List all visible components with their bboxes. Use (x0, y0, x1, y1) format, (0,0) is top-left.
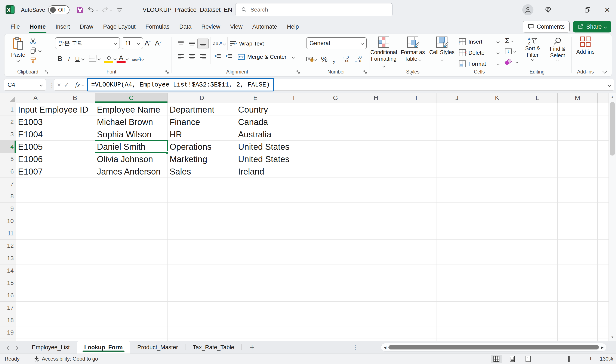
clear-button[interactable] (505, 57, 520, 66)
cell-H11[interactable] (356, 227, 396, 240)
cell-E3[interactable]: Australia (236, 128, 275, 141)
document-title[interactable]: VLOOKUP_Practice_Dataset_EN (143, 6, 238, 13)
zoom-in-button[interactable]: + (589, 355, 592, 363)
horizontal-scroll-thumb[interactable] (388, 345, 599, 350)
cut-button[interactable] (30, 37, 41, 44)
cell-J18[interactable] (437, 314, 477, 326)
cell-H9[interactable] (356, 203, 396, 215)
cell-H17[interactable] (356, 302, 396, 314)
decrease-indent-button[interactable] (212, 51, 223, 62)
cell-G4[interactable] (315, 141, 356, 153)
cell-L19[interactable] (517, 326, 558, 339)
cell-C11[interactable] (95, 227, 168, 240)
align-center-button[interactable] (186, 51, 197, 62)
cell-J19[interactable] (437, 326, 477, 339)
cell-D19[interactable] (168, 326, 236, 339)
cell-K7[interactable] (477, 178, 517, 190)
cell-I12[interactable] (396, 240, 437, 252)
vertical-scrollbar[interactable]: ▲▼ (609, 93, 616, 341)
row-header-6[interactable]: 6 (0, 165, 16, 178)
addins-button[interactable]: Add-ins (576, 37, 595, 55)
cell-J3[interactable] (437, 128, 477, 141)
fill-color-button[interactable] (104, 55, 114, 63)
underline-button[interactable]: U (73, 55, 82, 62)
cell-F11[interactable] (275, 227, 315, 240)
cell-K12[interactable] (477, 240, 517, 252)
cell-J15[interactable] (437, 277, 477, 289)
cell-A15[interactable] (16, 277, 55, 289)
row-header-17[interactable]: 17 (0, 302, 16, 314)
autosave-toggle[interactable]: Off (48, 5, 69, 14)
cell-F18[interactable] (275, 314, 315, 326)
phonetic-guide-button[interactable]: abcA (132, 55, 141, 62)
cell-B18[interactable] (55, 314, 95, 326)
menu-tab-home[interactable]: Home (25, 21, 51, 33)
cell-A10[interactable] (16, 215, 55, 227)
align-middle-button[interactable] (186, 38, 197, 49)
cell-M14[interactable] (558, 264, 598, 277)
cell-D16[interactable] (168, 289, 236, 302)
cell-G10[interactable] (315, 215, 356, 227)
search-input[interactable]: Search (235, 3, 393, 16)
cell-F9[interactable] (275, 203, 315, 215)
cell-L16[interactable] (517, 289, 558, 302)
menu-tab-view[interactable]: View (225, 21, 247, 33)
cell-K20[interactable] (477, 339, 517, 341)
insert-cells-button[interactable]: ← Insert (459, 36, 500, 47)
menu-tab-data[interactable]: Data (174, 21, 196, 33)
cell-I20[interactable] (396, 339, 437, 341)
cell-K19[interactable] (477, 326, 517, 339)
cell-K1[interactable] (477, 104, 517, 116)
formula-bar[interactable]: × ✓ fx =VLOOKUP(A4, Employee_List!$A$2:$… (54, 79, 614, 91)
cell-E17[interactable] (236, 302, 275, 314)
accounting-chevron-icon[interactable] (314, 57, 317, 61)
cell-M6[interactable] (558, 165, 598, 178)
font-color-chevron-icon[interactable] (125, 57, 129, 60)
cell-D2[interactable]: Finance (168, 116, 236, 128)
row-header-10[interactable]: 10 (0, 215, 16, 227)
column-header-M[interactable]: M (558, 93, 598, 104)
scroll-right-icon[interactable]: ▶ (601, 345, 603, 350)
bold-button[interactable]: B (55, 55, 65, 63)
cell-H7[interactable] (356, 178, 396, 190)
cell-F1[interactable] (275, 104, 315, 116)
borders-chevron-icon[interactable] (97, 57, 101, 60)
cell-I4[interactable] (396, 141, 437, 153)
cell-L13[interactable] (517, 252, 558, 264)
normal-view-button[interactable] (491, 355, 502, 363)
cell-I6[interactable] (396, 165, 437, 178)
cell-C9[interactable] (95, 203, 168, 215)
redo-button[interactable] (100, 5, 113, 15)
select-all-corner[interactable] (0, 93, 16, 104)
account-avatar[interactable] (522, 4, 534, 15)
page-break-view-button[interactable] (522, 355, 534, 363)
cell-D13[interactable] (168, 252, 236, 264)
cell-K16[interactable] (477, 289, 517, 302)
cell-M9[interactable] (558, 203, 598, 215)
cell-D14[interactable] (168, 264, 236, 277)
cell-B11[interactable] (55, 227, 95, 240)
increase-decimal-button[interactable]: ←.0.00 (341, 55, 351, 63)
cell-H15[interactable] (356, 277, 396, 289)
cell-L12[interactable] (517, 240, 558, 252)
zoom-out-button[interactable]: − (538, 355, 542, 363)
cell-H6[interactable] (356, 165, 396, 178)
cell-L2[interactable] (517, 116, 558, 128)
comma-style-button[interactable]: , (333, 57, 335, 61)
cell-B20[interactable] (55, 339, 95, 341)
cell-G13[interactable] (315, 252, 356, 264)
cell-C14[interactable] (95, 264, 168, 277)
cell-F10[interactable] (275, 215, 315, 227)
accessibility-status[interactable]: Accessibility: Good to go (34, 356, 98, 362)
row-header-4[interactable]: 4 (0, 141, 16, 153)
cell-L10[interactable] (517, 215, 558, 227)
cell-L1[interactable] (517, 104, 558, 116)
cell-L9[interactable] (517, 203, 558, 215)
cell-F14[interactable] (275, 264, 315, 277)
row-header-14[interactable]: 14 (0, 264, 16, 277)
cell-C6[interactable]: James Anderson (95, 165, 168, 178)
restore-button[interactable] (583, 5, 592, 15)
cell-K9[interactable] (477, 203, 517, 215)
cell-B17[interactable] (55, 302, 95, 314)
row-header-19[interactable]: 19 (0, 326, 16, 339)
